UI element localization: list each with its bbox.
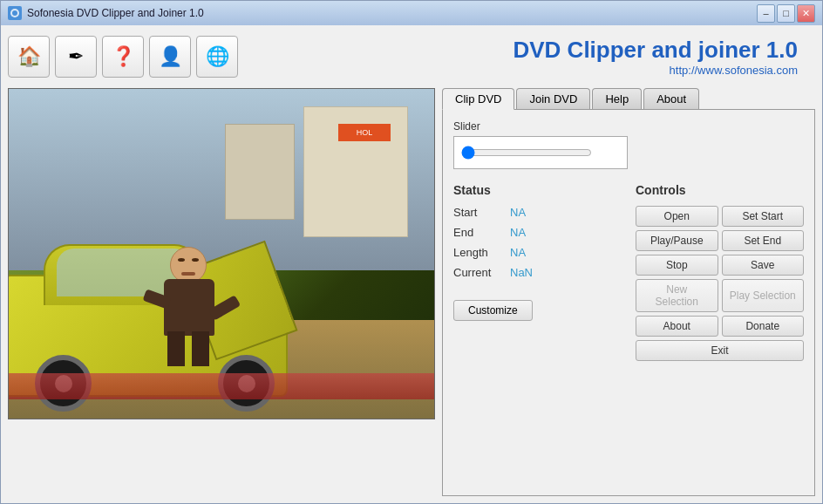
app-url: http://www.sofonesia.com: [238, 64, 798, 77]
right-panel: Clip DVD Join DVD Help About Slider: [442, 88, 815, 496]
video-slider[interactable]: [461, 144, 592, 161]
status-controls-row: Status Start NA End NA Length: [453, 183, 804, 485]
person-body: [164, 279, 214, 336]
stop-button[interactable]: Stop: [636, 255, 718, 276]
exit-button[interactable]: Exit: [636, 340, 804, 361]
status-value-start: NA: [510, 206, 526, 219]
person-leg-right: [192, 331, 209, 366]
status-value-length: NA: [510, 246, 526, 259]
set-start-button[interactable]: Set Start: [722, 206, 805, 227]
status-label-current: Current: [453, 266, 510, 279]
play-selection-button[interactable]: Play Selection: [722, 279, 805, 312]
status-row-end: End NA: [453, 226, 622, 239]
tabs: Clip DVD Join DVD Help About: [442, 88, 815, 110]
status-row-length: Length NA: [453, 246, 622, 259]
status-label-start: Start: [453, 206, 510, 219]
controls-title: Controls: [636, 183, 804, 197]
status-value-current: NaN: [510, 266, 533, 279]
slider-section: Slider: [453, 120, 804, 169]
svg-point-1: [12, 10, 17, 16]
help-button[interactable]: ❓: [102, 36, 144, 78]
person-leg-left: [167, 331, 185, 366]
minimize-button[interactable]: –: [757, 4, 775, 23]
open-button[interactable]: Open: [636, 206, 718, 227]
title-area: DVD Clipper and joiner 1.0 http://www.so…: [238, 37, 815, 77]
video-area: HOL: [8, 88, 435, 419]
tab-join-dvd[interactable]: Join DVD: [516, 88, 590, 109]
controls-grid: Open Set Start Play/Pause Set End Stop S…: [636, 206, 804, 361]
home-button[interactable]: 🏠: [8, 36, 50, 78]
main-window: Sofonesia DVD Clipper and Joiner 1.0 – □…: [0, 0, 823, 504]
play-pause-button[interactable]: Play/Pause: [636, 230, 718, 251]
slider-wrapper: [453, 136, 628, 169]
main-content: 🏠 ✒ ❓ 👤 🌐 DVD Clipper and joiner 1.0 htt…: [1, 25, 822, 503]
person-head: [170, 247, 207, 283]
status-label-length: Length: [453, 246, 510, 259]
tab-about[interactable]: About: [643, 88, 699, 109]
new-selection-button[interactable]: New Selection: [636, 279, 718, 312]
status-row-current: Current NaN: [453, 266, 622, 279]
close-button[interactable]: ✕: [797, 4, 815, 23]
title-bar-text: Sofonesia DVD Clipper and Joiner 1.0: [27, 7, 757, 19]
tab-help[interactable]: Help: [592, 88, 642, 109]
toolbar: 🏠 ✒ ❓ 👤 🌐 DVD Clipper and joiner 1.0 htt…: [8, 32, 815, 81]
title-bar-buttons: – □ ✕: [757, 4, 815, 23]
status-row-start: Start NA: [453, 206, 622, 219]
about-button[interactable]: About: [636, 316, 718, 337]
customize-area: Customize: [453, 293, 622, 321]
set-end-button[interactable]: Set End: [722, 230, 805, 251]
save-button[interactable]: Save: [722, 255, 805, 276]
user-button[interactable]: 👤: [149, 36, 191, 78]
toolbar-buttons: 🏠 ✒ ❓ 👤 🌐: [8, 36, 238, 78]
middle-area: HOL: [8, 88, 815, 496]
video-placeholder: HOL: [9, 89, 434, 419]
donate-button[interactable]: Donate: [722, 316, 805, 337]
script-button[interactable]: ✒: [55, 36, 97, 78]
slider-label: Slider: [453, 120, 804, 133]
title-bar: Sofonesia DVD Clipper and Joiner 1.0 – □…: [1, 1, 822, 25]
red-floor: [9, 373, 434, 399]
tab-clip-dvd[interactable]: Clip DVD: [442, 88, 514, 110]
maximize-button[interactable]: □: [777, 4, 795, 23]
status-title: Status: [453, 183, 622, 197]
status-label-end: End: [453, 226, 510, 239]
controls-section: Controls Open Set Start Play/Pause Set E…: [636, 183, 804, 485]
app-title: DVD Clipper and joiner 1.0: [238, 37, 798, 64]
status-value-end: NA: [510, 226, 526, 239]
customize-button[interactable]: Customize: [453, 300, 533, 321]
status-section: Status Start NA End NA Length: [453, 183, 622, 485]
bg-building2: [225, 124, 295, 220]
tab-content-clip-dvd: Slider Status Start NA: [442, 110, 815, 496]
sign-hol: HOL: [338, 124, 391, 141]
web-button[interactable]: 🌐: [196, 36, 238, 78]
app-icon: [8, 6, 22, 20]
